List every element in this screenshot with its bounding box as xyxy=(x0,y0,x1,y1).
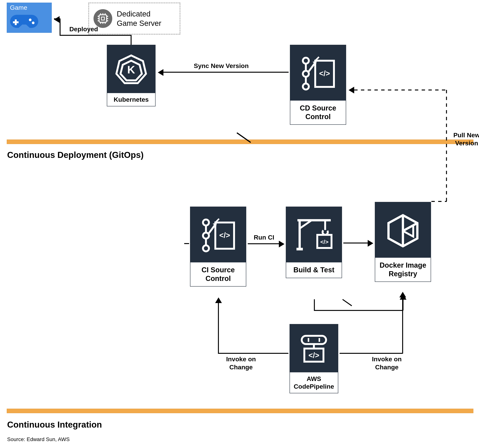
svg-point-2 xyxy=(29,19,32,21)
arrow-cd-to-k8s-label: Sync New Version xyxy=(194,62,249,69)
credit-text: Source: Edward Sun, AWS xyxy=(7,436,70,442)
build-test-label: Build & Test xyxy=(286,262,342,278)
ci-source-control-tile: </> CI Source Control xyxy=(190,207,246,287)
arrow-k8s-game-v2 xyxy=(60,19,60,36)
kubernetes-tile: K Kubernetes xyxy=(107,45,156,106)
arrow-cp-ci-head xyxy=(215,297,222,303)
svg-rect-45 xyxy=(296,248,303,250)
arrow-build-reg-notch xyxy=(342,299,352,306)
arrow-build-reg-v1 xyxy=(314,299,315,310)
source-control-icon: </> xyxy=(190,207,246,262)
arrow-cp-reg-l1: Invoke on xyxy=(366,355,407,363)
section-title-cd: Continuous Deployment (GitOps) xyxy=(7,150,144,160)
arrow-cp-reg-v xyxy=(402,297,403,354)
arrow-build-to-reg-line xyxy=(343,243,368,244)
arrow-ci-build-line xyxy=(248,243,279,244)
architecture-diagram: Game xyxy=(0,0,479,448)
svg-rect-4 xyxy=(99,15,107,22)
svg-line-41 xyxy=(300,220,312,229)
arrow-build-to-reg-head xyxy=(368,240,373,247)
dgs-line1: Dedicated xyxy=(117,9,161,19)
ci-source-control-label: CI Source Control xyxy=(190,262,246,286)
arrow-cp-reg-head xyxy=(399,292,406,297)
section-title-ci: Continuous Integration xyxy=(7,420,102,430)
svg-text:</>: </> xyxy=(308,351,319,359)
arrow-pull-label: Pull New Version xyxy=(450,131,479,147)
arrow-cp-ci-label: Invoke on Change xyxy=(220,355,262,371)
arrow-build-reg-h xyxy=(314,310,403,311)
arrow-cp-reg-l2: Change xyxy=(366,363,407,371)
dgs-text: Dedicated Game Server xyxy=(117,9,161,28)
svg-rect-47 xyxy=(302,336,326,344)
arrow-pull-dash-h xyxy=(354,90,446,91)
arrow-pull-head xyxy=(349,87,354,93)
codepipeline-tile: </> AWS CodePipeline xyxy=(290,324,338,393)
svg-text:</>: </> xyxy=(320,239,328,245)
arrow-pull-dash-v xyxy=(446,90,447,202)
divider-ci xyxy=(7,409,473,413)
svg-point-25 xyxy=(303,84,309,90)
arrow-cd-to-k8s-head xyxy=(158,69,163,76)
kubernetes-label: Kubernetes xyxy=(107,93,155,106)
cube-icon xyxy=(375,202,431,258)
svg-point-3 xyxy=(32,21,34,24)
build-test-tile: </> Build & Test xyxy=(286,207,342,278)
codepipeline-icon: </> xyxy=(290,324,338,372)
docker-registry-label: Docker Image Registry xyxy=(375,258,431,282)
gamepad-icon xyxy=(9,12,39,31)
arrow-cp-ci-l1: Invoke on xyxy=(220,355,262,363)
source-control-icon: </> xyxy=(290,45,346,101)
svg-point-23 xyxy=(303,58,309,64)
arrow-ci-build-tail-tick xyxy=(184,243,189,244)
svg-line-37 xyxy=(208,225,215,234)
crane-icon: </> xyxy=(286,207,342,262)
game-client-badge: Game xyxy=(7,3,52,33)
kubernetes-icon: K xyxy=(107,45,155,93)
arrow-k8s-game-v xyxy=(131,35,132,45)
arrow-pull-l1: Pull New xyxy=(450,131,479,139)
svg-line-28 xyxy=(308,64,314,72)
svg-rect-1 xyxy=(13,21,19,23)
docker-registry-tile: Docker Image Registry xyxy=(375,202,431,282)
cd-source-control-label: CD Source Control xyxy=(290,101,346,124)
arrow-pull-l2: Version xyxy=(450,139,479,147)
arrow-ci-build-head xyxy=(279,241,285,247)
arrow-k8s-game-stub xyxy=(54,18,60,19)
codepipeline-label: AWS CodePipeline xyxy=(290,372,338,393)
dgs-line2: Game Server xyxy=(117,19,161,28)
svg-point-34 xyxy=(203,245,209,251)
svg-text:K: K xyxy=(127,64,135,76)
svg-rect-5 xyxy=(101,17,104,20)
game-label: Game xyxy=(10,4,27,11)
arrow-cp-ci-h xyxy=(218,353,288,354)
svg-text:</>: </> xyxy=(319,69,330,78)
svg-point-32 xyxy=(203,219,209,225)
cd-source-control-tile: </> CD Source Control xyxy=(290,45,346,125)
arrow-k8s-game-h xyxy=(60,35,132,36)
arrow-cp-ci-l2: Change xyxy=(220,363,262,371)
arrow-pull-lead xyxy=(431,201,447,202)
arrow-cp-reg-h xyxy=(339,353,403,354)
arrow-k8s-game-head xyxy=(54,16,60,23)
dedicated-game-server-box: Dedicated Game Server xyxy=(88,3,180,34)
arrow-cp-ci-v xyxy=(218,303,219,354)
arrow-ci-build-label: Run CI xyxy=(254,234,274,241)
svg-text:</>: </> xyxy=(219,231,230,239)
chip-icon xyxy=(93,9,112,28)
arrow-cd-to-k8s-line xyxy=(163,72,289,73)
arrow-k8s-game-label: Deployed xyxy=(69,26,98,33)
divider-cd xyxy=(7,139,473,144)
arrow-cp-reg-label: Invoke on Change xyxy=(366,355,407,371)
